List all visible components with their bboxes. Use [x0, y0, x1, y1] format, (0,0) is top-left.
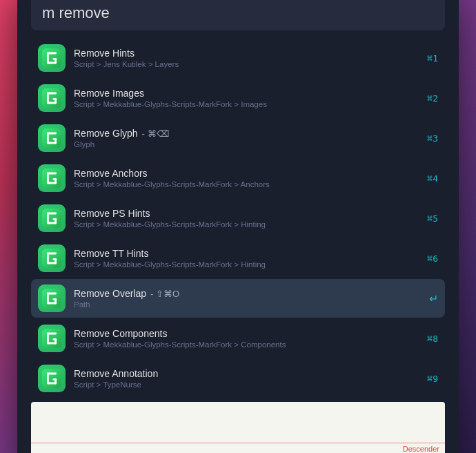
item-shortcut: ⌘1: [427, 53, 438, 64]
item-text: Remove Overlap- ⇧⌘OPath: [74, 288, 422, 309]
item-title: Remove Annotation: [74, 368, 420, 379]
item-subtitle: Path: [74, 300, 422, 309]
descender-label: Descender: [403, 445, 439, 453]
app-icon: [38, 84, 66, 112]
item-text: Remove PS HintsScript > Mekkablue-Glyphs…: [74, 208, 420, 229]
item-subtitle: Script > TypeNurse: [74, 380, 420, 389]
search-input[interactable]: [42, 4, 434, 22]
result-item[interactable]: Remove AnnotationScript > TypeNurse⌘9: [31, 359, 445, 398]
item-text: Remove AnchorsScript > Mekkablue-Glyphs-…: [74, 168, 420, 189]
svg-rect-12: [42, 128, 61, 148]
item-subtitle: Script > Mekkablue-Glyphs-Scripts-MarkFo…: [74, 220, 420, 229]
result-item[interactable]: Remove Glyph- ⌘⌫Glyph⌘3: [31, 119, 445, 157]
svg-rect-24: [42, 209, 61, 228]
item-title: Remove Hints: [74, 48, 420, 59]
search-box: [31, 0, 445, 30]
app-icon: [38, 365, 66, 392]
item-text: Remove ImagesScript > Mekkablue-Glyphs-S…: [74, 88, 420, 108]
app-icon: [38, 44, 66, 72]
item-subtitle: Script > Mekkablue-Glyphs-Scripts-MarkFo…: [74, 340, 420, 349]
item-shortcut: ⌘4: [427, 173, 438, 184]
item-title: Remove TT Hints: [74, 248, 420, 259]
item-subtitle: Script > Mekkablue-Glyphs-Scripts-MarkFo…: [74, 180, 420, 189]
svg-rect-53: [54, 378, 57, 384]
inline-shortcut: - ⇧⌘O: [150, 289, 179, 299]
svg-rect-0: [42, 48, 61, 68]
inline-shortcut: - ⌘⌫: [142, 128, 169, 139]
enter-icon: ↵: [429, 292, 438, 305]
svg-rect-23: [54, 178, 57, 184]
app-icon: [38, 325, 66, 352]
app-icon: [38, 285, 66, 312]
svg-rect-48: [42, 369, 61, 388]
svg-rect-41: [54, 298, 57, 304]
item-subtitle: Script > Mekkablue-Glyphs-Scripts-MarkFo…: [74, 100, 420, 108]
item-title: Remove Components: [74, 328, 420, 339]
item-shortcut: ⌘8: [427, 334, 438, 344]
results-list: Remove HintsScript > Jens Kutilek > Laye…: [31, 39, 445, 398]
item-title: Remove Glyph- ⌘⌫: [74, 128, 420, 139]
app-icon: [38, 204, 66, 232]
descender-line: [31, 443, 445, 443]
item-shortcut: ⌘2: [427, 93, 438, 104]
svg-rect-6: [42, 88, 61, 108]
svg-rect-5: [54, 58, 57, 64]
item-text: Remove ComponentsScript > Mekkablue-Glyp…: [74, 328, 420, 349]
item-shortcut: ⌘6: [427, 253, 438, 264]
svg-rect-18: [42, 168, 61, 188]
svg-rect-47: [54, 338, 57, 344]
item-title: Remove Anchors: [74, 168, 420, 179]
item-shortcut: ⌘9: [427, 374, 438, 384]
result-item[interactable]: Remove TT HintsScript > Mekkablue-Glyphs…: [31, 239, 445, 278]
spotlight-window: Remove HintsScript > Jens Kutilek > Laye…: [17, 0, 459, 453]
result-item[interactable]: Remove ImagesScript > Mekkablue-Glyphs-S…: [31, 79, 445, 117]
svg-rect-36: [42, 289, 61, 308]
item-title: Remove PS Hints: [74, 208, 420, 219]
item-subtitle: Script > Jens Kutilek > Layers: [74, 60, 420, 68]
item-subtitle: Script > Mekkablue-Glyphs-Scripts-MarkFo…: [74, 260, 420, 269]
app-icon: [38, 124, 66, 152]
result-item[interactable]: Remove ComponentsScript > Mekkablue-Glyp…: [31, 319, 445, 358]
item-text: Remove TT HintsScript > Mekkablue-Glyphs…: [74, 248, 420, 269]
svg-rect-30: [42, 249, 61, 268]
result-item[interactable]: Remove AnchorsScript > Mekkablue-Glyphs-…: [31, 159, 445, 197]
item-text: Remove Glyph- ⌘⌫Glyph: [74, 128, 420, 148]
item-text: Remove HintsScript > Jens Kutilek > Laye…: [74, 48, 420, 68]
svg-rect-11: [54, 98, 57, 104]
app-icon: [38, 164, 66, 192]
editor-canvas: Descender: [31, 402, 445, 453]
app-icon: [38, 244, 66, 272]
item-title: Remove Images: [74, 88, 420, 99]
svg-rect-42: [42, 329, 61, 348]
svg-rect-17: [54, 138, 57, 144]
glyph-editor-preview: Descender: [31, 402, 445, 453]
svg-rect-35: [54, 258, 57, 264]
item-text: Remove AnnotationScript > TypeNurse: [74, 368, 420, 389]
svg-rect-29: [54, 218, 57, 224]
result-item[interactable]: Remove HintsScript > Jens Kutilek > Laye…: [31, 39, 445, 77]
item-shortcut: ⌘5: [427, 213, 438, 224]
item-shortcut: ⌘3: [427, 133, 438, 144]
item-subtitle: Glyph: [74, 140, 420, 148]
result-item[interactable]: Remove Overlap- ⇧⌘OPath↵: [31, 279, 445, 318]
result-item[interactable]: Remove PS HintsScript > Mekkablue-Glyphs…: [31, 199, 445, 238]
item-title: Remove Overlap- ⇧⌘O: [74, 288, 422, 299]
